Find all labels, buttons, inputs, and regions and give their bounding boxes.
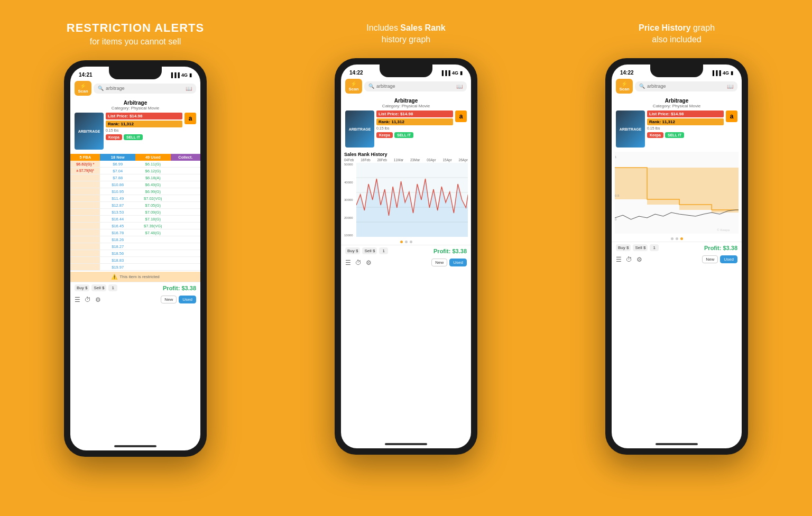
cell-fba	[70, 257, 100, 263]
product-title-1: Arbitrage	[75, 100, 196, 106]
date-label: 23Mar	[410, 158, 420, 162]
qty-input-2[interactable]: 1	[379, 247, 387, 254]
cell-used: $6.18(A)	[135, 174, 171, 181]
qty-input-3[interactable]: 1	[650, 244, 658, 251]
list-icon-3[interactable]: ☰	[616, 256, 622, 263]
used-button-2[interactable]: Used	[449, 259, 467, 266]
bottom-bar-2: Buy $ Sell $ 1 Profit: $3.38	[341, 245, 471, 256]
action-buttons-3: Keepa SELL IT	[647, 132, 724, 138]
settings-icon-3[interactable]: ⚙	[636, 256, 642, 263]
table-row: $18.83	[70, 257, 200, 264]
list-icon-2[interactable]: ☰	[345, 259, 351, 266]
history-icon-3[interactable]: ⏱	[626, 256, 632, 263]
search-field-2[interactable]: 🔍 arbitrage 📖	[364, 81, 467, 91]
panel-2-main-title: Includes Sales Rank	[366, 23, 445, 33]
cell-new: $18.83	[100, 257, 135, 263]
product-image-1: ARBITRAGE	[75, 113, 104, 150]
buy-input-2[interactable]: Buy $	[345, 247, 360, 254]
sell-input-1[interactable]: Sell $	[91, 284, 106, 291]
keepa-button-2[interactable]: Keepa	[376, 132, 393, 138]
list-icon-1[interactable]: ☰	[75, 296, 80, 303]
cell-fba	[70, 243, 100, 250]
panel-3-main-title: Price History graph	[639, 23, 715, 33]
y-label: 20000	[344, 216, 353, 219]
scan-button-1[interactable]: ⚡ Scan	[75, 81, 91, 96]
cell-fba	[70, 250, 100, 256]
status-icons-3: ▐▐▐ 4G ▮	[711, 70, 733, 76]
search-field-1[interactable]: 🔍 arbitrage 📖	[94, 84, 196, 94]
dot-inactive	[410, 241, 412, 243]
product-details-1: List Price: $14.98 Rank: 11,312 0.15 lbs…	[106, 113, 182, 150]
panel-2-sub-title: history graph	[366, 35, 445, 44]
used-button-1[interactable]: Used	[179, 296, 196, 303]
signal-icon: ▐▐▐	[170, 72, 180, 78]
cell-used	[135, 243, 171, 250]
phone-screen-1: 14:21 ▐▐▐ 4G ▮ ⚡ Scan 🔍 arbitrage 📖	[70, 67, 200, 450]
y-label: 30000	[344, 198, 353, 201]
phone-mockup-3: 14:22 ▐▐▐ 4G ▮ ⚡ Scan 🔍 arbitrage 📖	[605, 58, 748, 455]
keepa-button-1[interactable]: Keepa	[106, 134, 122, 140]
cell-collect	[171, 181, 200, 188]
sellit-button-3[interactable]: SELL IT	[665, 132, 684, 138]
history-icon-1[interactable]: ⏱	[85, 296, 91, 303]
cell-new: $18.27	[100, 243, 135, 250]
sales-rank-svg	[356, 163, 468, 237]
sell-input-2[interactable]: Sell $	[362, 247, 377, 254]
scan-button-2[interactable]: ⚡ Scan	[345, 79, 362, 94]
used-button-3[interactable]: Used	[720, 255, 737, 263]
settings-icon-1[interactable]: ⚙	[95, 296, 101, 303]
new-button-2[interactable]: New	[431, 259, 447, 266]
book-icon-1: 📖	[186, 86, 192, 91]
bottom-nav-1: ☰ ⏱ ⚙ New Used	[70, 293, 200, 306]
price-table-1: 5 FBA 18 New 49 Used Collect. $6.62(G) *…	[70, 154, 200, 271]
new-button-1[interactable]: New	[161, 296, 177, 303]
bottom-nav-2: ☰ ⏱ ⚙ New Used	[341, 256, 471, 269]
table-row: $7.88 $6.18(A)	[70, 174, 200, 181]
table-row: $13.53 $7.09(G)	[70, 209, 200, 216]
phone-notch-3	[650, 64, 703, 77]
scan-label-2: Scan	[348, 87, 358, 91]
restriction-alert: ⚠️ This item is restricted	[70, 272, 200, 282]
cell-used	[135, 264, 171, 270]
search-field-3[interactable]: 🔍 arbitrage 📖	[635, 81, 737, 91]
dot-active	[680, 237, 683, 240]
product-info-2: ARBITRAGE List Price: $14.98 Rank: 11,31…	[345, 110, 467, 148]
profit-display-1: Profit: $3.38	[119, 285, 196, 291]
scan-button-3[interactable]: ⚡ Scan	[616, 79, 633, 94]
y-label: 50000	[344, 163, 353, 166]
date-label: 28Feb	[377, 158, 387, 162]
history-icon-2[interactable]: ⏱	[355, 259, 362, 266]
sales-rank-graph-area: Sales Rank History 04Feb 16Feb 28Feb 11M…	[341, 150, 471, 239]
qty-input-1[interactable]: 1	[108, 284, 117, 291]
new-button-3[interactable]: New	[702, 255, 718, 263]
battery-icon-3: ▮	[731, 70, 733, 76]
table-row: $16.78 $7.48(G)	[70, 229, 200, 236]
settings-icon-2[interactable]: ⚙	[366, 259, 372, 266]
table-row: a $7.79(N)* $7.04 $6.12(G)	[70, 168, 200, 174]
cell-new: $18.26	[100, 236, 135, 243]
panel-1-sub-title: for items you cannot sell	[67, 37, 204, 47]
cell-new: $10.95	[100, 188, 135, 195]
cell-new: $7.04	[100, 168, 135, 174]
svg-text:0.5: 0.5	[615, 194, 620, 197]
col-collect-header: Collect.	[171, 154, 200, 161]
weight-text-1: 0.15 lbs	[106, 128, 182, 132]
keepa-button-3[interactable]: Keepa	[647, 132, 663, 138]
table-row: $16.45 $7.39(VG)	[70, 223, 200, 229]
cell-used: $7.02(VG)	[135, 195, 171, 201]
col-used-header: 49 Used	[135, 154, 171, 161]
cell-fba	[70, 229, 100, 236]
sellit-button-1[interactable]: SELL IT	[124, 134, 143, 140]
new-used-btns-1: New Used	[161, 296, 196, 303]
sell-input-3[interactable]: Sell $	[633, 244, 648, 251]
phone-screen-3: 14:22 ▐▐▐ 4G ▮ ⚡ Scan 🔍 arbitrage 📖	[612, 64, 742, 448]
sales-rank-title: Sales Rank History	[344, 152, 468, 157]
table-row: $6.62(G) * $6.99 $6.11(G)	[70, 161, 200, 168]
graph-date-labels: 04Feb 16Feb 28Feb 11Mar 23Mar 03Apr 15Ap…	[344, 158, 468, 162]
y-axis-labels: 50000 40000 30000 20000 10000	[344, 163, 354, 237]
sellit-button-2[interactable]: SELL IT	[394, 132, 413, 138]
movie-title-label-2: ARBITRAGE	[349, 127, 371, 131]
buy-input-3[interactable]: Buy $	[616, 244, 631, 251]
buy-input-1[interactable]: Buy $	[75, 284, 89, 291]
cell-used: $6.12(G)	[135, 168, 171, 174]
